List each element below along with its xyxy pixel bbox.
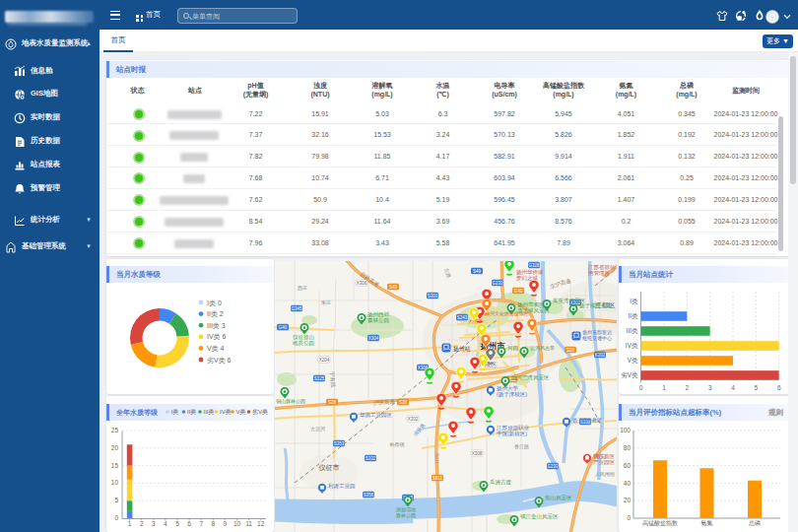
svg-text:扬子津科教区: 扬子津科教区	[572, 417, 602, 424]
svg-text:S356: S356	[364, 493, 374, 498]
svg-text:10: 10	[111, 479, 119, 486]
svg-text:春江路: 春江路	[514, 443, 529, 450]
svg-text:1: 1	[662, 384, 666, 391]
svg-text:1: 1	[128, 520, 132, 527]
svg-text:11: 11	[245, 520, 252, 527]
svg-text:G328: G328	[528, 263, 540, 268]
svg-text:IV类 6: IV类 6	[207, 333, 227, 340]
svg-text:S125: S125	[314, 376, 325, 381]
svg-text:西庄: 西庄	[298, 285, 307, 292]
svg-text:朱庄: 朱庄	[321, 299, 331, 305]
svg-text:朴席镇: 朴席镇	[389, 441, 405, 447]
svg-text:镇江金山风景区: 镇江金山风景区	[520, 513, 559, 520]
svg-text:X308: X308	[472, 451, 483, 456]
svg-text:3: 3	[708, 384, 712, 391]
svg-text:古运河: 古运河	[310, 426, 325, 432]
svg-text:S28: S28	[328, 400, 337, 405]
svg-text:S49: S49	[473, 269, 482, 274]
svg-text:利涛工业园: 利涛工业园	[328, 483, 356, 490]
svg-text:0: 0	[639, 384, 643, 391]
svg-text:G233: G233	[492, 281, 503, 286]
svg-text:V类: V类	[628, 357, 638, 364]
svg-text:III类 3: III类 3	[207, 322, 226, 329]
svg-text:20: 20	[624, 497, 632, 503]
svg-text:劣V类 6: 劣V类 6	[207, 357, 232, 365]
svg-text:K202: K202	[595, 353, 606, 358]
svg-text:III类: III类	[204, 409, 215, 415]
svg-text:60: 60	[624, 462, 632, 469]
svg-text:运河风光带: 运河风光带	[530, 345, 555, 352]
svg-text:5: 5	[114, 497, 118, 503]
svg-text:S301: S301	[428, 294, 438, 299]
svg-text:G233: G233	[547, 464, 559, 469]
svg-text:0: 0	[114, 514, 118, 521]
svg-text:学院(新校区): 学院(新校区)	[497, 431, 527, 437]
svg-text:瓜洲古渡: 瓜洲古渡	[490, 479, 512, 486]
svg-text:S611: S611	[434, 453, 440, 465]
svg-text:S243: S243	[457, 315, 468, 320]
svg-text:地质公园: 地质公园	[292, 340, 314, 347]
svg-text:高锰酸盐指数: 高锰酸盐指数	[642, 519, 678, 527]
svg-text:II类: II类	[187, 409, 196, 415]
svg-text:人民闸组: 人民闸组	[595, 471, 615, 478]
svg-text:焦山风景区: 焦山风景区	[545, 495, 572, 500]
svg-text:氨氮: 氨氮	[701, 519, 713, 526]
svg-text:产业园区: 产业园区	[593, 459, 616, 466]
svg-text:4: 4	[164, 520, 167, 527]
svg-text:枢纽交通中心: 枢纽交通中心	[582, 335, 612, 341]
svg-text:5: 5	[754, 384, 758, 391]
svg-text:12: 12	[257, 520, 265, 527]
svg-text:S332: S332	[366, 456, 376, 461]
svg-text:2: 2	[685, 384, 689, 391]
svg-text:V类 4: V类 4	[207, 345, 225, 352]
svg-text:10: 10	[233, 520, 241, 527]
svg-text:100: 100	[620, 427, 631, 433]
svg-text:G345: G345	[291, 306, 302, 311]
svg-text:I类: I类	[171, 409, 179, 415]
svg-text:6: 6	[187, 520, 191, 527]
svg-text:总磷: 总磷	[748, 520, 761, 526]
svg-text:II类: II类	[628, 312, 638, 319]
svg-text:V类: V类	[236, 409, 246, 415]
svg-text:扬州站: 扬州站	[453, 346, 471, 353]
svg-text:20: 20	[111, 444, 119, 451]
svg-text:3: 3	[152, 520, 156, 527]
svg-text:6: 6	[777, 384, 781, 391]
svg-text:S28: S28	[399, 400, 408, 405]
svg-text:G40: G40	[279, 325, 288, 330]
svg-text:劣V类: 劣V类	[252, 409, 268, 416]
svg-text:25: 25	[111, 427, 119, 433]
svg-text:铜山森林公园: 铜山森林公园	[276, 398, 305, 405]
svg-text:III类: III类	[627, 327, 638, 334]
svg-text:X302: X302	[408, 417, 419, 422]
svg-text:IV类: IV类	[626, 342, 638, 349]
svg-text:I类: I类	[630, 298, 638, 304]
svg-text:G40: G40	[514, 289, 523, 294]
svg-text:S353: S353	[334, 441, 345, 446]
svg-text:S611: S611	[432, 476, 443, 481]
svg-text:华旗工业园区: 华旗工业园区	[360, 412, 393, 419]
svg-text:15: 15	[111, 462, 119, 469]
svg-text:2: 2	[140, 520, 144, 527]
svg-text:何园: 何园	[507, 345, 518, 352]
svg-text:闸管理所: 闸管理所	[588, 270, 611, 277]
svg-text:5: 5	[175, 520, 179, 527]
svg-text:9: 9	[224, 520, 228, 527]
svg-text:I类 0: I类 0	[207, 299, 222, 306]
svg-text:7: 7	[199, 520, 203, 527]
svg-text:扬子颂野公园: 扬子颂野公园	[579, 302, 612, 309]
svg-text:仪征市: 仪征市	[319, 463, 340, 472]
svg-text:80: 80	[624, 444, 632, 451]
svg-text:4: 4	[731, 384, 735, 391]
svg-text:运河三湾风景区: 运河三湾风景区	[511, 374, 550, 381]
svg-text:森林公园: 森林公园	[367, 317, 389, 324]
svg-text:II类 2: II类 2	[207, 310, 224, 317]
svg-text:S28: S28	[566, 348, 575, 353]
svg-text:森林公园: 森林公园	[396, 512, 416, 519]
svg-text:X306: X306	[357, 281, 367, 286]
svg-text:8: 8	[211, 520, 215, 527]
svg-text:X304: X304	[368, 336, 379, 341]
svg-text:IV类: IV类	[220, 409, 232, 415]
svg-text:S49: S49	[389, 285, 398, 290]
svg-text:40: 40	[624, 480, 632, 487]
